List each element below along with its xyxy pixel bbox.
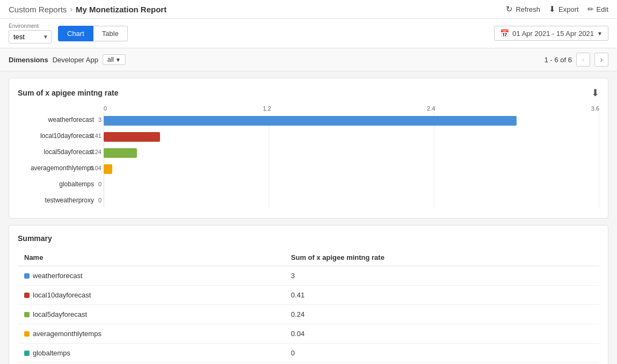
dimensions-bar: Dimensions Developer App all ▼ 1 - 6 of … bbox=[0, 48, 617, 71]
summary-cell-name-1: local10dayforecast bbox=[18, 286, 285, 305]
date-range-value: 01 Apr 2021 - 15 Apr 2021 bbox=[512, 30, 594, 38]
header-actions: ↻ Refresh ⬇ Export ✏ Edit bbox=[506, 4, 608, 14]
bar-row-0: weatherforecast 3 bbox=[104, 113, 599, 127]
bar-row-3: averagemonthlytemps 0.04 bbox=[104, 161, 599, 175]
bar-value-3: 0.04 bbox=[78, 161, 101, 175]
tab-chart[interactable]: Chart bbox=[58, 26, 93, 41]
bar-row-2: local5dayforecast 0.24 bbox=[104, 145, 599, 159]
date-range-selector[interactable]: 📅 01 Apr 2021 - 15 Apr 2021 ▼ bbox=[494, 26, 608, 41]
next-page-button[interactable]: › bbox=[594, 53, 608, 67]
edit-label: Edit bbox=[597, 5, 608, 13]
chevron-down-icon: ▼ bbox=[115, 57, 121, 63]
pagination-text: 1 - 6 of 6 bbox=[545, 56, 572, 64]
summary-row-3: averagemonthlytemps 0.04 bbox=[18, 324, 599, 344]
dimensions-label: Dimensions bbox=[9, 56, 48, 64]
view-tabs: Chart Table bbox=[58, 26, 128, 41]
summary-header: Summary bbox=[18, 234, 599, 243]
filter-selector[interactable]: all ▼ bbox=[103, 54, 126, 65]
breadcrumb: Custom Reports › My Monetization Report bbox=[9, 5, 166, 14]
export-icon: ⬇ bbox=[549, 4, 556, 14]
bar-row-5: testweatherproxy 0 bbox=[104, 193, 599, 207]
bar-value-2: 0.24 bbox=[78, 145, 101, 159]
row-name-4: globaltemps bbox=[33, 349, 70, 357]
summary-row-2: local5dayforecast 0.24 bbox=[18, 305, 599, 324]
breadcrumb-separator: › bbox=[70, 5, 72, 13]
tab-table[interactable]: Table bbox=[93, 26, 128, 41]
bar-0 bbox=[104, 116, 517, 126]
chart-title: Sum of x apigee mintng rate bbox=[18, 89, 118, 97]
col-name-header: Name bbox=[18, 249, 285, 266]
summary-cell-name-4: globaltemps bbox=[18, 344, 285, 363]
bar-2 bbox=[104, 148, 137, 158]
export-button[interactable]: ⬇ Export bbox=[549, 4, 579, 14]
main-content: Sum of x apigee mintng rate ⬇ 0 1.2 2.4 … bbox=[0, 71, 617, 364]
header: Custom Reports › My Monetization Report … bbox=[0, 0, 617, 19]
edit-icon: ✏ bbox=[587, 5, 594, 13]
summary-row-1: local10dayforecast 0.41 bbox=[18, 286, 599, 305]
chart-bars-area: weatherforecast 3 local10dayforecast 0.4… bbox=[18, 113, 599, 207]
axis-label-1: 1.2 bbox=[263, 105, 271, 112]
color-indicator-4 bbox=[24, 351, 30, 356]
bar-1 bbox=[104, 132, 160, 142]
breadcrumb-parent[interactable]: Custom Reports bbox=[9, 5, 67, 14]
toolbar: Environment test prod ▼ Chart Table 📅 01… bbox=[0, 19, 617, 48]
bar-value-4: 0 bbox=[78, 177, 101, 191]
color-indicator-2 bbox=[24, 312, 30, 317]
environment-selector: Environment test prod ▼ bbox=[9, 23, 52, 43]
refresh-label: Refresh bbox=[516, 5, 540, 13]
bar-value-1: 0.41 bbox=[78, 129, 101, 143]
summary-table: Name Sum of x apigee mintng rate weather… bbox=[18, 249, 599, 364]
download-button[interactable]: ⬇ bbox=[591, 87, 599, 99]
filter-value: all bbox=[107, 56, 114, 63]
dimensions-name: Developer App bbox=[53, 56, 98, 64]
pagination: 1 - 6 of 6 ‹ › bbox=[545, 53, 608, 67]
prev-page-button[interactable]: ‹ bbox=[576, 53, 590, 67]
summary-title: Summary bbox=[18, 234, 52, 243]
env-select[interactable]: test prod bbox=[9, 30, 52, 43]
export-label: Export bbox=[558, 5, 579, 13]
refresh-icon: ↻ bbox=[506, 4, 513, 14]
row-name-0: weatherforecast bbox=[33, 272, 83, 280]
row-name-1: local10dayforecast bbox=[33, 291, 91, 299]
dimensions-left: Dimensions Developer App all ▼ bbox=[9, 54, 126, 65]
summary-table-header-row: Name Sum of x apigee mintng rate bbox=[18, 249, 599, 266]
bar-row-1: local10dayforecast 0.41 bbox=[104, 129, 599, 143]
edit-button[interactable]: ✏ Edit bbox=[587, 5, 608, 13]
color-indicator-3 bbox=[24, 331, 30, 337]
summary-cell-value-2: 0.24 bbox=[285, 305, 599, 324]
axis-label-2: 2.4 bbox=[427, 105, 435, 112]
chart-card: Sum of x apigee mintng rate ⬇ 0 1.2 2.4 … bbox=[9, 78, 608, 219]
chevron-down-icon: ▼ bbox=[597, 31, 603, 37]
bar-value-0: 3 bbox=[78, 113, 101, 127]
chart-card-header: Sum of x apigee mintng rate ⬇ bbox=[18, 87, 599, 99]
summary-cell-name-0: weatherforecast bbox=[18, 266, 285, 286]
summary-row-4: globaltemps 0 bbox=[18, 344, 599, 363]
axis-label-3: 3.6 bbox=[591, 105, 599, 112]
bar-value-5: 0 bbox=[78, 193, 101, 207]
env-label: Environment bbox=[9, 23, 52, 29]
bar-row-4: globaltemps 0 bbox=[104, 177, 599, 191]
color-indicator-0 bbox=[24, 273, 30, 279]
toolbar-left: Environment test prod ▼ Chart Table bbox=[9, 23, 128, 43]
axis-label-0: 0 bbox=[104, 105, 107, 112]
bar-3 bbox=[104, 164, 112, 174]
color-indicator-1 bbox=[24, 293, 30, 298]
summary-cell-name-2: local5dayforecast bbox=[18, 305, 285, 324]
breadcrumb-current: My Monetization Report bbox=[76, 5, 166, 14]
summary-cell-value-4: 0 bbox=[285, 344, 599, 363]
summary-cell-value-0: 3 bbox=[285, 266, 599, 286]
summary-card: Summary Name Sum of x apigee mintng rate… bbox=[9, 225, 608, 364]
row-name-3: averagemonthlytemps bbox=[33, 330, 101, 338]
summary-row-0: weatherforecast 3 bbox=[18, 266, 599, 286]
col-value-header: Sum of x apigee mintng rate bbox=[285, 249, 599, 266]
summary-cell-value-3: 0.04 bbox=[285, 324, 599, 344]
row-name-2: local5dayforecast bbox=[33, 310, 87, 318]
chart-axis: 0 1.2 2.4 3.6 bbox=[18, 105, 599, 112]
summary-cell-value-1: 0.41 bbox=[285, 286, 599, 305]
axis-labels: 0 1.2 2.4 3.6 bbox=[104, 105, 599, 112]
calendar-icon: 📅 bbox=[500, 29, 509, 38]
summary-cell-name-3: averagemonthlytemps bbox=[18, 324, 285, 344]
refresh-button[interactable]: ↻ Refresh bbox=[506, 4, 540, 14]
